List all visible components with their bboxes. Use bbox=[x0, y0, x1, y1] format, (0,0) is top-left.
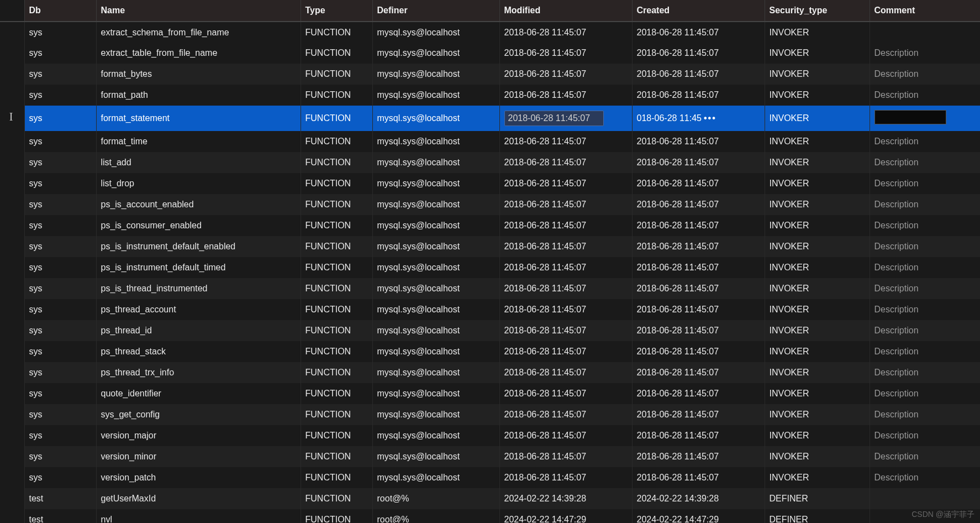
cell-modified[interactable]: 2018-06-28 11:45:07 bbox=[499, 43, 632, 64]
header-definer[interactable]: Definer bbox=[372, 0, 499, 22]
cell-security-type[interactable]: INVOKER bbox=[765, 215, 870, 236]
cell-name[interactable]: ps_is_instrument_default_enabled bbox=[96, 236, 301, 257]
cell-security-type[interactable]: INVOKER bbox=[765, 404, 870, 425]
cell-modified[interactable]: 2018-06-28 11:45:07 bbox=[499, 467, 632, 488]
cell-db[interactable]: sys bbox=[24, 425, 96, 446]
table-row[interactable]: sysversion_majorFUNCTIONmysql.sys@localh… bbox=[0, 425, 980, 446]
cell-name[interactable]: format_path bbox=[96, 85, 301, 106]
cell-definer[interactable]: mysql.sys@localhost bbox=[372, 467, 499, 488]
cell-type[interactable]: FUNCTION bbox=[301, 383, 372, 404]
cell-db[interactable]: sys bbox=[24, 299, 96, 320]
comment-editor[interactable] bbox=[874, 110, 946, 124]
row-gutter[interactable] bbox=[0, 488, 24, 509]
cell-comment[interactable]: Description bbox=[870, 257, 980, 278]
cell-definer[interactable]: mysql.sys@localhost bbox=[372, 299, 499, 320]
cell-created[interactable]: 2018-06-28 11:45:07 bbox=[632, 341, 765, 362]
row-gutter[interactable] bbox=[0, 362, 24, 383]
header-security-type[interactable]: Security_type bbox=[765, 0, 870, 22]
cell-modified[interactable]: 2018-06-28 11:45:07 bbox=[499, 320, 632, 341]
cell-modified[interactable]: 2018-06-28 11:45:07 bbox=[499, 64, 632, 85]
cell-db[interactable]: sys bbox=[24, 362, 96, 383]
row-gutter[interactable] bbox=[0, 446, 24, 467]
cell-security-type[interactable]: INVOKER bbox=[765, 446, 870, 467]
cell-name[interactable]: extract_table_from_file_name bbox=[96, 43, 301, 64]
cell-created[interactable]: 2018-06-28 11:45:07 bbox=[632, 194, 765, 215]
table-row[interactable]: sysversion_minorFUNCTIONmysql.sys@localh… bbox=[0, 446, 980, 467]
cell-db[interactable]: test bbox=[24, 509, 96, 523]
cell-db[interactable]: sys bbox=[24, 320, 96, 341]
cell-editor[interactable]: 2018-06-28 11:45:07 bbox=[504, 111, 604, 126]
cell-definer[interactable]: mysql.sys@localhost bbox=[372, 341, 499, 362]
cell-name[interactable]: ps_is_instrument_default_timed bbox=[96, 257, 301, 278]
cell-name[interactable]: ps_thread_id bbox=[96, 320, 301, 341]
cell-modified[interactable]: 2018-06-28 11:45:07 bbox=[499, 215, 632, 236]
table-row[interactable]: testnvlFUNCTIONroot@%2024-02-22 14:47:29… bbox=[0, 509, 980, 523]
header-name[interactable]: Name bbox=[96, 0, 301, 22]
cell-modified[interactable]: 2018-06-28 11:45:07 bbox=[499, 257, 632, 278]
cell-comment[interactable]: Description bbox=[870, 425, 980, 446]
cell-name[interactable]: ps_thread_account bbox=[96, 299, 301, 320]
cell-db[interactable]: sys bbox=[24, 404, 96, 425]
cell-security-type[interactable]: INVOKER bbox=[765, 236, 870, 257]
table-row[interactable]: sysformat_bytesFUNCTIONmysql.sys@localho… bbox=[0, 64, 980, 85]
cell-created[interactable]: 2018-06-28 11:45:07 bbox=[632, 43, 765, 64]
cell-created[interactable]: 2018-06-28 11:45:07 bbox=[632, 425, 765, 446]
row-gutter[interactable] bbox=[0, 320, 24, 341]
cell-db[interactable]: sys bbox=[24, 106, 96, 131]
cell-type[interactable]: FUNCTION bbox=[301, 43, 372, 64]
cell-name[interactable]: format_statement bbox=[96, 106, 301, 131]
row-gutter[interactable] bbox=[0, 257, 24, 278]
row-gutter[interactable] bbox=[0, 467, 24, 488]
cell-name[interactable]: nvl bbox=[96, 509, 301, 523]
cell-modified[interactable]: 2018-06-28 11:45:07 bbox=[499, 383, 632, 404]
cell-type[interactable]: FUNCTION bbox=[301, 257, 372, 278]
cell-definer[interactable]: mysql.sys@localhost bbox=[372, 404, 499, 425]
cell-created[interactable]: 2018-06-28 11:45:07 bbox=[632, 215, 765, 236]
cell-comment[interactable]: Description bbox=[870, 236, 980, 257]
cell-definer[interactable]: mysql.sys@localhost bbox=[372, 131, 499, 152]
cell-modified[interactable]: 2018-06-28 11:45:07 bbox=[499, 85, 632, 106]
cell-db[interactable]: sys bbox=[24, 43, 96, 64]
cell-modified[interactable]: 2018-06-28 11:45:07 bbox=[499, 299, 632, 320]
cell-name[interactable]: format_time bbox=[96, 131, 301, 152]
cell-definer[interactable]: mysql.sys@localhost bbox=[372, 152, 499, 173]
cell-definer[interactable]: root@% bbox=[372, 509, 499, 523]
expand-cell-icon[interactable]: ••• bbox=[704, 113, 716, 123]
cell-name[interactable]: ps_thread_trx_info bbox=[96, 362, 301, 383]
table-row[interactable]: sysps_thread_trx_infoFUNCTIONmysql.sys@l… bbox=[0, 362, 980, 383]
data-grid[interactable]: Db Name Type Definer Modified Created Se… bbox=[0, 0, 980, 523]
cell-definer[interactable]: mysql.sys@localhost bbox=[372, 106, 499, 131]
table-row[interactable]: syssys_get_configFUNCTIONmysql.sys@local… bbox=[0, 404, 980, 425]
cell-modified[interactable]: 2018-06-28 11:45:07 bbox=[499, 194, 632, 215]
cell-name[interactable]: list_drop bbox=[96, 173, 301, 194]
table-row[interactable]: testgetUserMaxIdFUNCTIONroot@%2024-02-22… bbox=[0, 488, 980, 509]
cell-db[interactable]: sys bbox=[24, 152, 96, 173]
row-gutter[interactable] bbox=[0, 194, 24, 215]
cell-definer[interactable]: mysql.sys@localhost bbox=[372, 278, 499, 299]
cell-comment[interactable]: Description bbox=[870, 43, 980, 64]
cell-modified[interactable]: 2018-06-28 11:45:07 bbox=[499, 341, 632, 362]
cell-db[interactable]: test bbox=[24, 488, 96, 509]
cell-modified[interactable]: 2018-06-28 11:45:07 bbox=[499, 106, 632, 131]
cell-security-type[interactable]: INVOKER bbox=[765, 64, 870, 85]
header-db[interactable]: Db bbox=[24, 0, 96, 22]
cell-created[interactable]: 018-06-28 11:45••• bbox=[632, 106, 765, 131]
table-row[interactable]: sysextract_schema_from_file_nameFUNCTION… bbox=[0, 22, 980, 43]
cell-created[interactable]: 2018-06-28 11:45:07 bbox=[632, 152, 765, 173]
cell-created[interactable]: 2018-06-28 11:45:07 bbox=[632, 22, 765, 43]
cell-type[interactable]: FUNCTION bbox=[301, 278, 372, 299]
cell-definer[interactable]: mysql.sys@localhost bbox=[372, 362, 499, 383]
cell-name[interactable]: ps_is_consumer_enabled bbox=[96, 215, 301, 236]
cell-type[interactable]: FUNCTION bbox=[301, 194, 372, 215]
cell-comment[interactable]: Description bbox=[870, 152, 980, 173]
cell-created[interactable]: 2024-02-22 14:47:29 bbox=[632, 509, 765, 523]
cell-security-type[interactable]: INVOKER bbox=[765, 152, 870, 173]
cell-definer[interactable]: mysql.sys@localhost bbox=[372, 257, 499, 278]
row-gutter[interactable] bbox=[0, 383, 24, 404]
row-gutter[interactable] bbox=[0, 85, 24, 106]
cell-comment[interactable]: Description bbox=[870, 85, 980, 106]
cell-comment[interactable]: Description bbox=[870, 131, 980, 152]
table-row[interactable]: sysps_thread_stackFUNCTIONmysql.sys@loca… bbox=[0, 341, 980, 362]
table-row[interactable]: sysformat_statementFUNCTIONmysql.sys@loc… bbox=[0, 106, 980, 131]
cell-type[interactable]: FUNCTION bbox=[301, 22, 372, 43]
